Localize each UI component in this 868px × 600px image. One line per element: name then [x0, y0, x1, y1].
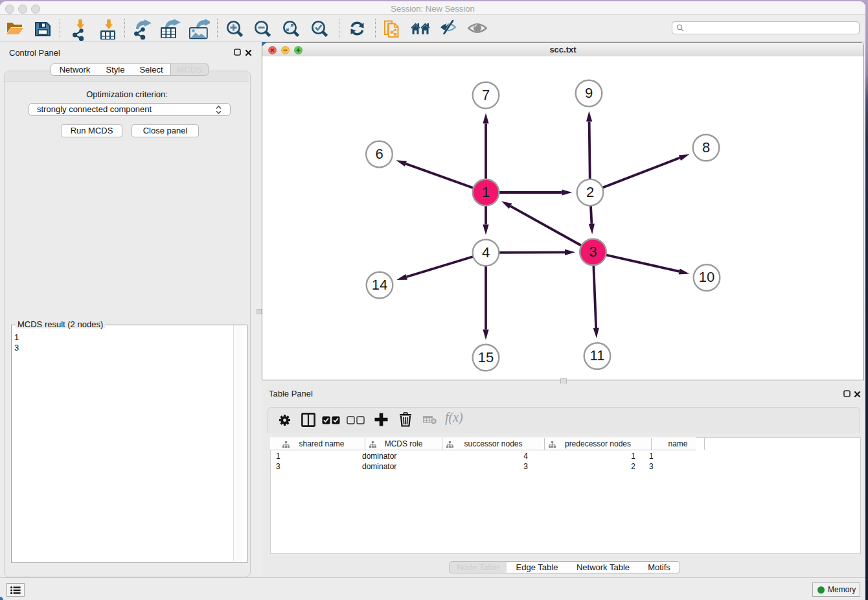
svg-text:10: 10 — [699, 269, 714, 285]
svg-text:11: 11 — [590, 347, 605, 363]
svg-text:3: 3 — [589, 244, 597, 260]
svg-text:1: 1 — [482, 184, 490, 200]
svg-text:6: 6 — [375, 146, 383, 162]
svg-text:4: 4 — [482, 244, 490, 260]
svg-text:8: 8 — [702, 139, 710, 156]
svg-text:14: 14 — [372, 277, 387, 293]
svg-text:2: 2 — [586, 184, 594, 200]
svg-text:15: 15 — [478, 349, 494, 365]
svg-text:9: 9 — [585, 85, 593, 101]
svg-text:7: 7 — [482, 87, 490, 103]
